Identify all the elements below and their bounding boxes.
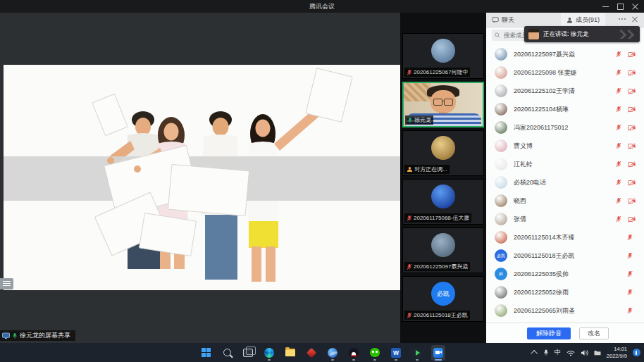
search-icon <box>495 32 500 38</box>
mic-muted-icon[interactable] <box>616 179 621 186</box>
mic-muted-icon[interactable] <box>616 87 621 94</box>
mic-muted-icon[interactable] <box>616 142 621 149</box>
toolbar-handle-button[interactable] <box>0 278 13 289</box>
mic-muted-icon[interactable] <box>627 252 633 259</box>
tab-members[interactable]: 成员(91) <box>561 13 605 27</box>
member-avatar <box>495 48 507 61</box>
video-tile[interactable]: 对方正在调... <box>402 130 484 176</box>
camera-off-icon[interactable] <box>628 70 636 76</box>
wechat-icon[interactable] <box>368 345 382 361</box>
member-name: 冯家202061175012 <box>514 123 568 132</box>
member-row[interactable]: 202061225097聂兴焱 <box>486 45 644 63</box>
member-row[interactable]: 必凯 202061125018王必凯 <box>486 246 644 265</box>
member-name: 202061125014木齐臻 <box>514 233 574 242</box>
shared-photo <box>4 65 400 290</box>
member-row[interactable]: 江礼铃 <box>486 155 644 173</box>
mic-muted-icon[interactable] <box>616 216 621 223</box>
participant-avatar: 必凯 <box>431 282 455 306</box>
camera-off-icon[interactable] <box>628 106 636 113</box>
task-view-icon[interactable] <box>241 345 255 361</box>
edge-icon[interactable] <box>262 345 276 361</box>
camera-off-icon[interactable] <box>628 216 636 223</box>
member-name: 202061125018王必凯 <box>514 251 574 261</box>
video-tile[interactable]: 202061225067何隆中 <box>402 33 484 79</box>
member-row[interactable]: 202061225104杨琳 <box>486 100 644 118</box>
tray-folder-icon[interactable] <box>594 350 601 356</box>
tray-expand-chevron[interactable] <box>533 350 538 355</box>
mic-muted-icon[interactable] <box>616 124 621 131</box>
speaker-face <box>431 90 456 113</box>
participant-avatar <box>431 185 455 208</box>
word-icon[interactable]: W <box>389 345 403 361</box>
mic-muted-icon[interactable] <box>616 161 621 168</box>
volume-icon[interactable] <box>581 349 588 356</box>
video-tile[interactable]: 徐元龙 <box>402 82 484 127</box>
camera-off-icon[interactable] <box>628 180 636 186</box>
rename-button[interactable]: 改名 <box>579 327 609 339</box>
member-row[interactable]: 晓西 <box>486 192 644 210</box>
blue-globe-app-icon[interactable] <box>326 345 340 361</box>
video-tile[interactable]: 202061225097聂兴焱 <box>402 227 484 273</box>
member-row[interactable]: 202061125014木齐臻 <box>486 228 644 246</box>
search-taskbar-icon[interactable] <box>220 345 234 361</box>
camera-off-icon[interactable] <box>628 88 636 94</box>
camera-off-icon[interactable] <box>628 161 636 168</box>
mic-muted-icon[interactable] <box>627 307 633 314</box>
mic-muted-icon[interactable] <box>627 270 633 277</box>
member-row[interactable]: 帅 202061225035侯帅 <box>486 265 644 283</box>
member-name: 202061225035侯帅 <box>514 270 569 279</box>
member-row[interactable]: 202061225102王学清 <box>486 82 644 100</box>
member-name: 202061225065刘雨圣 <box>514 306 575 316</box>
panel-close-button[interactable] <box>631 16 638 23</box>
video-tile[interactable]: 必凯 202061125018王必凯 <box>402 276 484 322</box>
camera-off-icon[interactable] <box>628 125 636 131</box>
tencent-meeting-icon[interactable] <box>431 345 445 361</box>
start-button[interactable] <box>199 345 213 361</box>
tray-mic-icon[interactable] <box>543 349 549 356</box>
ime-indicator[interactable]: 中 <box>555 348 561 357</box>
glasses <box>433 99 453 105</box>
mic-muted-icon[interactable] <box>616 197 621 204</box>
panel-more-button[interactable] <box>619 18 626 20</box>
media-player-icon[interactable] <box>410 345 424 361</box>
mic-muted-icon[interactable] <box>627 289 633 296</box>
window-title: 腾讯会议 <box>0 0 644 13</box>
member-row[interactable]: 冯家202061175012 <box>486 118 644 137</box>
member-avatar <box>495 66 507 79</box>
member-row[interactable]: 202061225065刘雨圣 <box>486 301 644 320</box>
camera-off-icon[interactable] <box>628 198 636 204</box>
member-row[interactable]: 必杨20电话 <box>486 173 644 192</box>
notification-badge[interactable] <box>633 349 640 356</box>
tab-chat[interactable]: 聊天 <box>486 13 520 27</box>
member-avatar <box>495 176 507 189</box>
file-explorer-icon[interactable] <box>283 345 297 361</box>
participant-avatar <box>431 39 455 63</box>
member-name: 江礼铃 <box>514 160 533 169</box>
mic-muted-icon <box>407 312 412 319</box>
presenter-banner: 徐元龙的屏幕共享 <box>0 330 75 341</box>
mic-muted-icon[interactable] <box>616 51 621 58</box>
clock[interactable]: 14:01 2022/9/9 <box>607 346 627 359</box>
member-row[interactable]: 202061225098 张雯婕 <box>486 63 644 82</box>
video-tile[interactable]: 202061175068-伍大鹏 <box>402 179 484 225</box>
unmute-button[interactable]: 解除静音 <box>527 327 571 339</box>
tile-label: 202061125018王必凯 <box>404 311 470 320</box>
mic-muted-icon[interactable] <box>616 69 621 76</box>
person-icon <box>566 17 573 23</box>
camera-off-icon[interactable] <box>628 51 636 58</box>
red-diamond-app-icon[interactable] <box>304 345 318 361</box>
taskbar: W 中 <box>0 343 644 362</box>
member-row[interactable]: 202061225052徐雨 <box>486 283 644 301</box>
shared-slide <box>4 65 400 290</box>
qq-icon[interactable] <box>347 345 361 361</box>
close-button[interactable] <box>628 0 643 13</box>
camera-off-icon[interactable] <box>628 143 636 149</box>
member-row[interactable]: 张倩 <box>486 210 644 228</box>
wifi-icon[interactable] <box>566 349 575 356</box>
maximize-button[interactable] <box>613 0 628 13</box>
minimize-button[interactable] <box>598 0 613 13</box>
participant-avatar <box>431 233 455 257</box>
mic-muted-icon[interactable] <box>616 106 621 113</box>
member-row[interactable]: 曹义博 <box>486 137 644 155</box>
mic-muted-icon[interactable] <box>627 234 633 241</box>
